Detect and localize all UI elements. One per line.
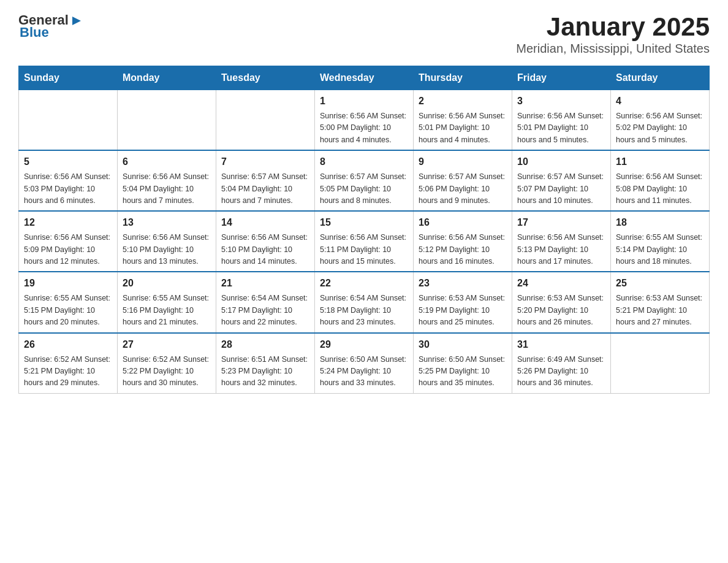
header-monday: Monday [118,66,216,90]
day-number: 13 [123,215,211,230]
day-info: Sunrise: 6:56 AM Sunset: 5:01 PM Dayligh… [419,110,507,146]
day-number: 18 [616,215,704,230]
svg-marker-0 [72,17,81,25]
day-info: Sunrise: 6:54 AM Sunset: 5:17 PM Dayligh… [221,293,309,328]
day-number: 29 [320,337,408,352]
week-row-2: 5Sunrise: 6:56 AM Sunset: 5:03 PM Daylig… [19,150,710,211]
day-info: Sunrise: 6:49 AM Sunset: 5:26 PM Dayligh… [517,354,605,389]
calendar-cell [118,90,216,151]
day-info: Sunrise: 6:53 AM Sunset: 5:21 PM Dayligh… [616,293,704,328]
day-info: Sunrise: 6:51 AM Sunset: 5:23 PM Dayligh… [221,354,309,389]
calendar-cell: 25Sunrise: 6:53 AM Sunset: 5:21 PM Dayli… [611,272,710,332]
day-info: Sunrise: 6:57 AM Sunset: 5:04 PM Dayligh… [221,171,309,207]
calendar-cell: 11Sunrise: 6:56 AM Sunset: 5:08 PM Dayli… [611,150,710,211]
calendar-cell: 4Sunrise: 6:56 AM Sunset: 5:02 PM Daylig… [611,90,710,151]
day-number: 25 [616,276,704,291]
day-info: Sunrise: 6:55 AM Sunset: 5:16 PM Dayligh… [123,293,211,328]
calendar-cell: 5Sunrise: 6:56 AM Sunset: 5:03 PM Daylig… [19,150,118,211]
day-number: 10 [517,155,605,169]
calendar-table: SundayMondayTuesdayWednesdayThursdayFrid… [18,66,710,394]
day-info: Sunrise: 6:54 AM Sunset: 5:18 PM Dayligh… [320,293,408,328]
day-number: 15 [320,215,408,230]
day-number: 19 [24,276,112,291]
day-number: 7 [221,155,309,169]
day-info: Sunrise: 6:50 AM Sunset: 5:24 PM Dayligh… [320,354,408,389]
day-info: Sunrise: 6:56 AM Sunset: 5:09 PM Dayligh… [24,232,112,267]
day-info: Sunrise: 6:56 AM Sunset: 5:10 PM Dayligh… [221,232,309,267]
week-row-5: 26Sunrise: 6:52 AM Sunset: 5:21 PM Dayli… [19,333,710,394]
day-info: Sunrise: 6:56 AM Sunset: 5:11 PM Dayligh… [320,232,408,267]
day-number: 5 [24,155,112,169]
week-row-3: 12Sunrise: 6:56 AM Sunset: 5:09 PM Dayli… [19,211,710,272]
day-info: Sunrise: 6:56 AM Sunset: 5:04 PM Dayligh… [123,171,211,207]
day-number: 12 [24,215,112,230]
calendar-cell: 23Sunrise: 6:53 AM Sunset: 5:19 PM Dayli… [414,272,512,332]
calendar-cell: 15Sunrise: 6:56 AM Sunset: 5:11 PM Dayli… [315,211,414,272]
calendar-cell [611,333,710,394]
calendar-body: 1Sunrise: 6:56 AM Sunset: 5:00 PM Daylig… [19,90,710,394]
calendar-cell: 26Sunrise: 6:52 AM Sunset: 5:21 PM Dayli… [19,333,118,394]
calendar-cell: 27Sunrise: 6:52 AM Sunset: 5:22 PM Dayli… [118,333,216,394]
calendar-cell [19,90,118,151]
day-info: Sunrise: 6:53 AM Sunset: 5:20 PM Dayligh… [517,293,605,328]
calendar-cell: 8Sunrise: 6:57 AM Sunset: 5:05 PM Daylig… [315,150,414,211]
day-info: Sunrise: 6:56 AM Sunset: 5:01 PM Dayligh… [517,110,605,146]
calendar-header: SundayMondayTuesdayWednesdayThursdayFrid… [19,66,710,90]
calendar-cell: 7Sunrise: 6:57 AM Sunset: 5:04 PM Daylig… [216,150,315,211]
calendar-cell: 6Sunrise: 6:56 AM Sunset: 5:04 PM Daylig… [118,150,216,211]
day-number: 31 [517,337,605,352]
calendar-cell: 28Sunrise: 6:51 AM Sunset: 5:23 PM Dayli… [216,333,315,394]
day-info: Sunrise: 6:56 AM Sunset: 5:13 PM Dayligh… [517,232,605,267]
calendar-cell [216,90,315,151]
logo: General Blue [18,12,83,40]
day-info: Sunrise: 6:55 AM Sunset: 5:14 PM Dayligh… [616,232,704,267]
day-number: 23 [419,276,507,291]
calendar-cell: 13Sunrise: 6:56 AM Sunset: 5:10 PM Dayli… [118,211,216,272]
calendar-cell: 2Sunrise: 6:56 AM Sunset: 5:01 PM Daylig… [414,90,512,151]
day-number: 21 [221,276,309,291]
day-number: 24 [517,276,605,291]
day-info: Sunrise: 6:56 AM Sunset: 5:08 PM Dayligh… [616,171,704,207]
calendar-cell: 17Sunrise: 6:56 AM Sunset: 5:13 PM Dayli… [512,211,611,272]
calendar-cell: 9Sunrise: 6:57 AM Sunset: 5:06 PM Daylig… [414,150,512,211]
day-number: 20 [123,276,211,291]
calendar-cell: 20Sunrise: 6:55 AM Sunset: 5:16 PM Dayli… [118,272,216,332]
day-info: Sunrise: 6:55 AM Sunset: 5:15 PM Dayligh… [24,293,112,328]
calendar-cell: 24Sunrise: 6:53 AM Sunset: 5:20 PM Dayli… [512,272,611,332]
day-info: Sunrise: 6:52 AM Sunset: 5:22 PM Dayligh… [123,354,211,389]
calendar-cell: 31Sunrise: 6:49 AM Sunset: 5:26 PM Dayli… [512,333,611,394]
calendar-cell: 14Sunrise: 6:56 AM Sunset: 5:10 PM Dayli… [216,211,315,272]
day-number: 26 [24,337,112,352]
week-row-4: 19Sunrise: 6:55 AM Sunset: 5:15 PM Dayli… [19,272,710,332]
day-info: Sunrise: 6:57 AM Sunset: 5:05 PM Dayligh… [320,171,408,207]
calendar-cell: 18Sunrise: 6:55 AM Sunset: 5:14 PM Dayli… [611,211,710,272]
day-number: 4 [616,94,704,109]
day-info: Sunrise: 6:53 AM Sunset: 5:19 PM Dayligh… [419,293,507,328]
day-number: 1 [320,94,408,109]
day-number: 22 [320,276,408,291]
page-title: January 2025 [516,12,710,42]
calendar-cell: 3Sunrise: 6:56 AM Sunset: 5:01 PM Daylig… [512,90,611,151]
day-info: Sunrise: 6:56 AM Sunset: 5:12 PM Dayligh… [419,232,507,267]
calendar-cell: 22Sunrise: 6:54 AM Sunset: 5:18 PM Dayli… [315,272,414,332]
day-info: Sunrise: 6:56 AM Sunset: 5:02 PM Dayligh… [616,110,704,146]
calendar-cell: 1Sunrise: 6:56 AM Sunset: 5:00 PM Daylig… [315,90,414,151]
header-tuesday: Tuesday [216,66,315,90]
day-info: Sunrise: 6:50 AM Sunset: 5:25 PM Dayligh… [419,354,507,389]
calendar-cell: 19Sunrise: 6:55 AM Sunset: 5:15 PM Dayli… [19,272,118,332]
calendar-cell: 16Sunrise: 6:56 AM Sunset: 5:12 PM Dayli… [414,211,512,272]
header-saturday: Saturday [611,66,710,90]
day-number: 30 [419,337,507,352]
page-header: General Blue January 2025 Meridian, Miss… [18,12,710,56]
day-number: 2 [419,94,507,109]
header-thursday: Thursday [414,66,512,90]
day-info: Sunrise: 6:57 AM Sunset: 5:06 PM Dayligh… [419,171,507,207]
calendar-cell: 12Sunrise: 6:56 AM Sunset: 5:09 PM Dayli… [19,211,118,272]
header-sunday: Sunday [19,66,118,90]
day-info: Sunrise: 6:57 AM Sunset: 5:07 PM Dayligh… [517,171,605,207]
day-number: 16 [419,215,507,230]
day-info: Sunrise: 6:56 AM Sunset: 5:00 PM Dayligh… [320,110,408,146]
day-number: 6 [123,155,211,169]
day-number: 11 [616,155,704,169]
title-section: January 2025 Meridian, Mississippi, Unit… [516,12,710,56]
